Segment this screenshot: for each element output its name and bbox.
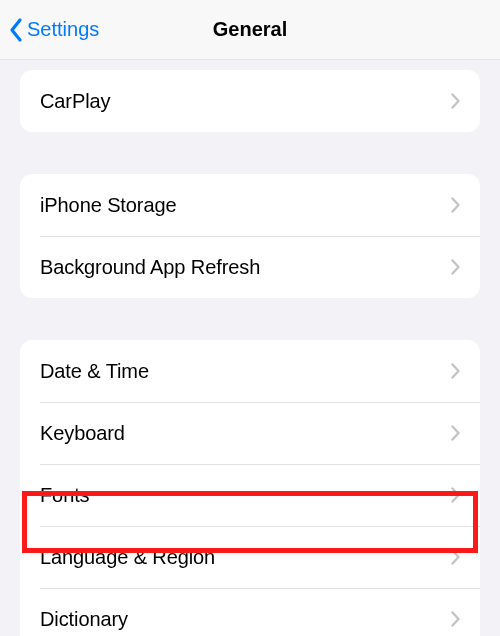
chevron-right-icon [451, 549, 460, 565]
row-label: Dictionary [40, 608, 128, 631]
chevron-right-icon [451, 197, 460, 213]
settings-group: CarPlay [20, 70, 480, 132]
settings-group: Date & Time Keyboard Fonts Language & Re… [20, 340, 480, 636]
chevron-left-icon [8, 17, 25, 43]
chevron-right-icon [451, 93, 460, 109]
row-label: iPhone Storage [40, 194, 176, 217]
row-carplay[interactable]: CarPlay [20, 70, 480, 132]
chevron-right-icon [451, 611, 460, 627]
chevron-right-icon [451, 487, 460, 503]
chevron-right-icon [451, 425, 460, 441]
page-title: General [213, 18, 287, 41]
nav-header: Settings General [0, 0, 500, 60]
row-label: Background App Refresh [40, 256, 260, 279]
chevron-right-icon [451, 363, 460, 379]
row-background-app-refresh[interactable]: Background App Refresh [20, 236, 480, 298]
row-date-time[interactable]: Date & Time [20, 340, 480, 402]
row-label: Language & Region [40, 546, 215, 569]
row-language-region[interactable]: Language & Region [20, 526, 480, 588]
row-fonts[interactable]: Fonts [20, 464, 480, 526]
row-keyboard[interactable]: Keyboard [20, 402, 480, 464]
row-label: Fonts [40, 484, 90, 507]
back-button[interactable]: Settings [8, 0, 99, 59]
row-dictionary[interactable]: Dictionary [20, 588, 480, 636]
settings-content: CarPlay iPhone Storage Background App Re… [0, 70, 500, 636]
row-iphone-storage[interactable]: iPhone Storage [20, 174, 480, 236]
back-label: Settings [27, 18, 99, 41]
row-label: Date & Time [40, 360, 149, 383]
settings-group: iPhone Storage Background App Refresh [20, 174, 480, 298]
chevron-right-icon [451, 259, 460, 275]
row-label: Keyboard [40, 422, 125, 445]
row-label: CarPlay [40, 90, 110, 113]
